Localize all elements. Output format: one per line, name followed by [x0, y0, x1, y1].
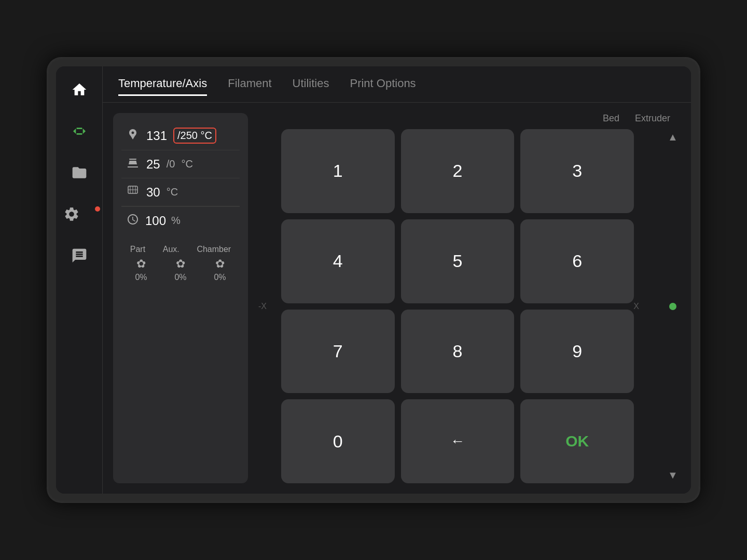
fan-part-icon: ✿ [136, 257, 146, 271]
sidebar-item-chat[interactable] [66, 243, 92, 269]
axis-label-positive-x: X [633, 302, 639, 311]
scroll-up-arrow[interactable]: ▲ [668, 131, 678, 143]
numpad-btn-9[interactable]: 9 [520, 310, 634, 394]
chamber-temp: 30 [146, 185, 160, 200]
numpad-btn-backspace[interactable]: ← [401, 399, 515, 483]
fan-part-label: Part [130, 245, 145, 254]
tab-utilities[interactable]: Utilities [293, 73, 329, 96]
bed-icon [126, 157, 140, 172]
print-speed: 100 [145, 214, 166, 228]
fan-chamber[interactable]: ✿ 0% [214, 257, 226, 282]
speed-unit: % [171, 215, 181, 227]
fan-part-percent: 0% [135, 273, 147, 282]
tabs-bar: Temperature/Axis Filament Utilities Prin… [103, 66, 691, 103]
bed-column-label: Bed [603, 113, 619, 124]
column-labels: Bed Extruder [258, 113, 681, 124]
screen-outer: Temperature/Axis Filament Utilities Prin… [47, 57, 700, 503]
extruder-column-label: Extruder [635, 113, 670, 124]
fan-icons-row: ✿ 0% ✿ 0% ✿ 0% [121, 257, 240, 282]
screen-inner: Temperature/Axis Filament Utilities Prin… [56, 66, 691, 494]
bed-row[interactable]: 25 /0 °C [121, 150, 240, 178]
numpad-btn-4[interactable]: 4 [281, 219, 395, 303]
numpad-btn-6[interactable]: 6 [520, 219, 634, 303]
fan-aux-icon: ✿ [176, 257, 185, 271]
numpad-btn-5[interactable]: 5 [401, 219, 515, 303]
numpad-btn-ok[interactable]: OK [520, 399, 634, 483]
main-content: Temperature/Axis Filament Utilities Prin… [103, 66, 691, 494]
extruder-row[interactable]: 131 /250 °C [121, 121, 240, 150]
scroll-down-arrow[interactable]: ▼ [668, 469, 678, 481]
numpad: 1 2 3 4 5 6 7 8 9 0 ← OK [281, 129, 634, 483]
fan-chamber-percent: 0% [214, 273, 226, 282]
fan-headers: Part Aux. Chamber [121, 245, 240, 254]
fan-chamber-icon: ✿ [215, 257, 225, 271]
sidebar-item-folder[interactable] [66, 160, 92, 186]
fan-aux[interactable]: ✿ 0% [174, 257, 186, 282]
tab-filament[interactable]: Filament [228, 73, 271, 96]
extruder-target-temp[interactable]: /250 °C [173, 128, 216, 144]
sidebar-item-axes[interactable] [66, 118, 92, 144]
numpad-btn-1[interactable]: 1 [281, 129, 395, 213]
left-panel: 131 /250 °C 25 /0 °C [113, 113, 248, 483]
numpad-btn-0[interactable]: 0 [281, 399, 395, 483]
fan-aux-label: Aux. [163, 245, 179, 254]
chamber-icon [126, 185, 140, 200]
fans-section: Part Aux. Chamber ✿ 0% ✿ 0% [121, 241, 240, 282]
right-area: Bed Extruder -X X 1 2 3 [258, 113, 681, 483]
fan-aux-percent: 0% [174, 273, 186, 282]
axis-label-negative-x: -X [258, 302, 267, 311]
scroll-indicator [669, 303, 676, 310]
numpad-btn-7[interactable]: 7 [281, 310, 395, 394]
tab-temperature-axis[interactable]: Temperature/Axis [118, 73, 207, 96]
fan-chamber-label: Chamber [197, 245, 231, 254]
numpad-container: -X X 1 2 3 4 5 6 7 8 [258, 129, 681, 483]
numpad-btn-8[interactable]: 8 [401, 310, 515, 394]
chamber-unit: °C [167, 186, 178, 198]
speed-row[interactable]: 100 % [121, 206, 240, 234]
numpad-btn-3[interactable]: 3 [520, 129, 634, 213]
speed-icon [126, 213, 140, 228]
sidebar-item-home[interactable] [66, 77, 92, 103]
bed-unit: °C [181, 158, 192, 170]
settings-notification-dot [95, 206, 100, 212]
extruder-icon [126, 128, 140, 143]
numpad-btn-2[interactable]: 2 [401, 129, 515, 213]
chamber-row[interactable]: 30 °C [121, 178, 240, 206]
bed-target-temp: /0 [167, 158, 175, 170]
sidebar-item-settings[interactable] [59, 201, 85, 227]
scrollbar: ▲ ▼ [665, 129, 681, 483]
extruder-current-temp: 131 [146, 129, 167, 143]
bed-current-temp: 25 [146, 157, 160, 172]
content-area: 131 /250 °C 25 /0 °C [103, 103, 691, 494]
tab-print-options[interactable]: Print Options [350, 73, 416, 96]
sidebar [56, 66, 103, 494]
fan-part[interactable]: ✿ 0% [135, 257, 147, 282]
